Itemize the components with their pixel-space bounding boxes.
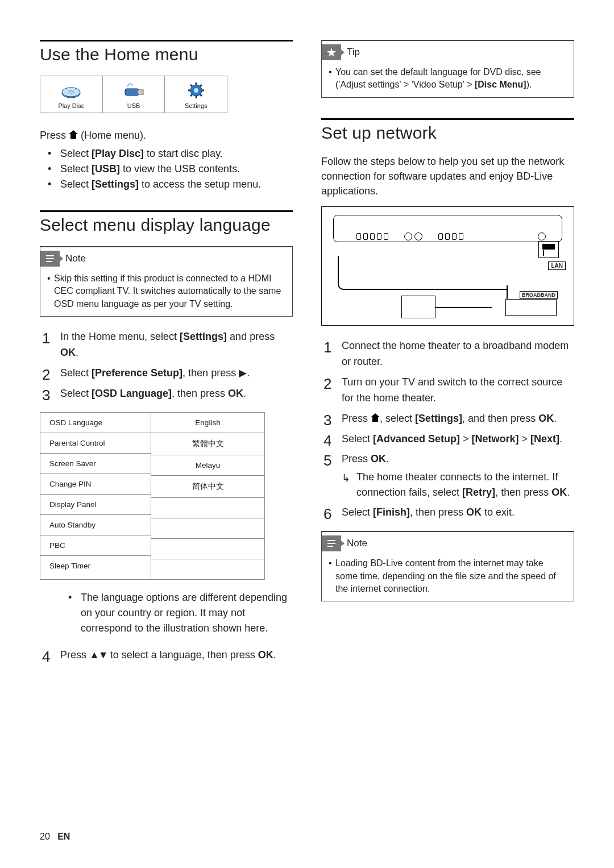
section-title-language: Select menu display language [40, 215, 293, 235]
table-row [151, 559, 264, 579]
table-row: Sleep Timer [40, 556, 151, 576]
osd-language-table: OSD Language Parental Control Screen Sav… [40, 412, 265, 580]
bullet-settings: Select [Settings] to access the setup me… [40, 177, 293, 192]
table-row: PBC [40, 535, 151, 556]
net-step-4: Select [Advanced Setup] > [Network] > [N… [321, 431, 574, 447]
svg-line-13 [200, 85, 202, 86]
table-row: Parental Control [40, 433, 151, 454]
table-row: Auto Standby [40, 515, 151, 535]
lang-step-1: In the Home menu, select [Settings] and … [40, 329, 293, 361]
svg-rect-3 [125, 89, 139, 95]
lang-step-3: Select [OSD Language], then press OK. [40, 386, 293, 402]
result-arrow-icon: ↳ [342, 471, 350, 486]
bullet-usb: Select [USB] to view the USB contents. [40, 161, 293, 177]
svg-point-2 [69, 91, 73, 93]
table-row: Screen Saver [40, 454, 151, 474]
press-home-line: Press (Home menu). [40, 128, 293, 143]
table-row: OSD Language [40, 413, 151, 433]
home-icon-usb: USB [103, 76, 165, 113]
gear-icon [186, 81, 206, 100]
home-menu-illustration: Play Disc USB [40, 76, 227, 113]
tip-text: You can set the default language for DVD… [327, 66, 568, 92]
tip-box: Tip You can set the default language for… [321, 40, 574, 98]
network-intro: Follow the steps below to help you set u… [321, 154, 574, 198]
home-icon [69, 131, 78, 139]
svg-line-12 [200, 94, 202, 96]
table-row [151, 539, 264, 559]
lang-step-2: Select [Preference Setup], then press ▶. [40, 366, 293, 381]
table-row: 繁體中文 [151, 433, 264, 455]
disc-icon [60, 81, 82, 100]
net-step-5: Press OK. ↳ The home theater connects to… [321, 451, 574, 500]
lan-label: LAN [548, 261, 566, 270]
net-step-5-result: ↳ The home theater connects to the inter… [342, 470, 574, 500]
svg-line-11 [190, 85, 192, 86]
lang-sub-note: The language options are different depen… [60, 590, 293, 636]
table-row: Display Panel [40, 495, 151, 515]
section-title-home: Use the Home menu [40, 45, 293, 64]
home-icon-settings: Settings [165, 76, 227, 113]
net-step-2: Turn on your TV and switch to the correc… [321, 375, 574, 406]
tip-label: Tip [347, 47, 360, 58]
table-row: 简体中文 [151, 476, 264, 498]
network-diagram: LAN BROADBAND [321, 206, 574, 326]
table-row: Melayu [151, 455, 264, 476]
bullet-play-disc: Select [Play Disc] to start disc play. [40, 146, 293, 161]
section-title-network: Set up network [321, 123, 574, 143]
svg-rect-4 [138, 90, 143, 94]
svg-point-6 [194, 88, 198, 93]
net-step-6: Select [Finish], then press OK to exit. [321, 505, 574, 521]
tip-icon [322, 44, 341, 60]
table-row [151, 518, 264, 539]
note-icon [40, 251, 60, 267]
lang-step-4: Press ▲▼ to select a language, then pres… [40, 647, 293, 663]
note-box-language: Note Skip this setting if this product i… [40, 246, 293, 317]
broadband-label: BROADBAND [520, 291, 558, 299]
page-footer: 20 EN [40, 832, 70, 842]
note-box-network: Note Loading BD-Live content from the in… [321, 531, 574, 601]
svg-line-14 [190, 94, 192, 96]
note-icon [322, 535, 341, 551]
table-row: English [151, 413, 264, 433]
home-icon [371, 414, 380, 422]
net-step-3: Press , select [Settings], and then pres… [321, 411, 574, 427]
note-text: Loading BD-Live content from the interne… [327, 557, 568, 595]
table-row: Change PIN [40, 474, 151, 495]
note-text: Skip this setting if this product is con… [46, 272, 287, 310]
net-step-1: Connect the home theater to a broadband … [321, 338, 574, 370]
note-label: Note [65, 253, 86, 264]
usb-icon [121, 81, 147, 100]
note-label: Note [347, 538, 367, 549]
table-row [151, 498, 264, 518]
home-icon-play-disc: Play Disc [40, 76, 103, 113]
